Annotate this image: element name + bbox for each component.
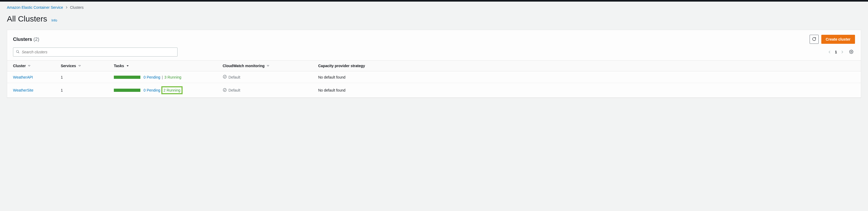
cloudwatch-value: Default xyxy=(228,75,240,79)
info-link[interactable]: Info xyxy=(52,18,57,22)
clusters-panel: Clusters (2) Create cluster xyxy=(7,30,861,98)
table-row: WeatherAPI 1 0 Pending | 3 Running xyxy=(7,71,861,83)
tasks-running: 2 Running xyxy=(163,88,181,92)
col-header-capacity-label: Capacity provider strategy xyxy=(318,64,365,68)
capacity-cell: No default found xyxy=(312,83,861,98)
pager-current-page: 1 xyxy=(835,50,837,54)
tasks-cell: 0 Pending 2 Running xyxy=(114,86,211,94)
panel-count: (2) xyxy=(33,37,39,42)
breadcrumb-root-link[interactable]: Amazon Elastic Container Service xyxy=(7,5,63,9)
page-title: All Clusters xyxy=(7,14,47,23)
panel-title-text: Clusters xyxy=(13,37,32,42)
table-row: WeatherSite 1 0 Pending 2 Running xyxy=(7,83,861,98)
table-header-row: Cluster Services xyxy=(7,61,861,71)
tasks-pending: 0 Pending xyxy=(144,75,160,79)
search-input[interactable] xyxy=(22,50,175,54)
panel-title: Clusters (2) xyxy=(13,37,39,42)
tasks-separator: | xyxy=(162,75,163,79)
sort-icon xyxy=(267,64,269,67)
col-header-tasks-label: Tasks xyxy=(114,64,124,68)
svg-line-1 xyxy=(18,52,19,53)
gear-icon xyxy=(849,50,854,55)
refresh-button[interactable] xyxy=(810,35,819,44)
check-circle-icon xyxy=(223,88,227,93)
col-header-services-label: Services xyxy=(61,64,76,68)
breadcrumb-current: Clusters xyxy=(70,5,84,9)
create-cluster-button[interactable]: Create cluster xyxy=(821,35,855,44)
panel-header: Clusters (2) Create cluster xyxy=(13,35,855,44)
tasks-cell: 0 Pending | 3 Running xyxy=(114,75,211,79)
search-icon xyxy=(16,50,20,54)
table-body: WeatherAPI 1 0 Pending | 3 Running xyxy=(7,71,861,98)
col-header-services[interactable]: Services xyxy=(55,61,108,71)
cloudwatch-cell: Default xyxy=(223,88,307,93)
task-bar xyxy=(114,76,141,79)
capacity-cell: No default found xyxy=(312,71,861,83)
services-cell: 1 xyxy=(55,83,108,98)
tasks-running: 3 Running xyxy=(164,75,181,79)
col-header-cluster[interactable]: Cluster xyxy=(7,61,55,71)
cluster-name-link[interactable]: WeatherAPI xyxy=(13,75,33,79)
search-box[interactable] xyxy=(13,48,178,57)
annotation-highlight: 2 Running xyxy=(161,86,183,94)
page-title-row: All Clusters Info xyxy=(7,14,861,23)
svg-point-0 xyxy=(17,50,19,52)
col-header-cloudwatch-label: CloudWatch monitoring xyxy=(223,64,265,68)
pager: 1 xyxy=(828,48,855,56)
svg-point-2 xyxy=(851,51,852,52)
col-header-cluster-label: Cluster xyxy=(13,64,26,68)
table-settings-button[interactable] xyxy=(847,48,855,56)
sort-icon xyxy=(28,64,31,67)
breadcrumb: Amazon Elastic Container Service Cluster… xyxy=(7,5,861,9)
col-header-cloudwatch[interactable]: CloudWatch monitoring xyxy=(217,61,312,71)
refresh-icon xyxy=(812,37,816,42)
cluster-name-link[interactable]: WeatherSite xyxy=(13,88,33,92)
svg-point-4 xyxy=(223,88,226,92)
tasks-pending: 0 Pending xyxy=(144,88,160,92)
services-cell: 1 xyxy=(55,71,108,83)
page-body: Amazon Elastic Container Service Cluster… xyxy=(0,2,868,106)
sort-icon xyxy=(78,64,81,67)
pager-next-button[interactable] xyxy=(841,51,844,54)
svg-point-3 xyxy=(223,75,226,78)
panel-actions: Create cluster xyxy=(810,35,855,44)
check-circle-icon xyxy=(223,74,227,80)
task-bar xyxy=(114,89,141,92)
pager-prev-button[interactable] xyxy=(828,51,831,54)
cloudwatch-cell: Default xyxy=(223,74,307,80)
search-pager-row: 1 xyxy=(13,48,855,57)
col-header-capacity[interactable]: Capacity provider strategy xyxy=(312,61,861,71)
chevron-right-icon xyxy=(65,5,68,9)
sort-icon-active xyxy=(126,64,129,67)
cloudwatch-value: Default xyxy=(228,88,240,92)
clusters-table: Cluster Services xyxy=(7,60,861,97)
col-header-tasks[interactable]: Tasks xyxy=(108,61,217,71)
